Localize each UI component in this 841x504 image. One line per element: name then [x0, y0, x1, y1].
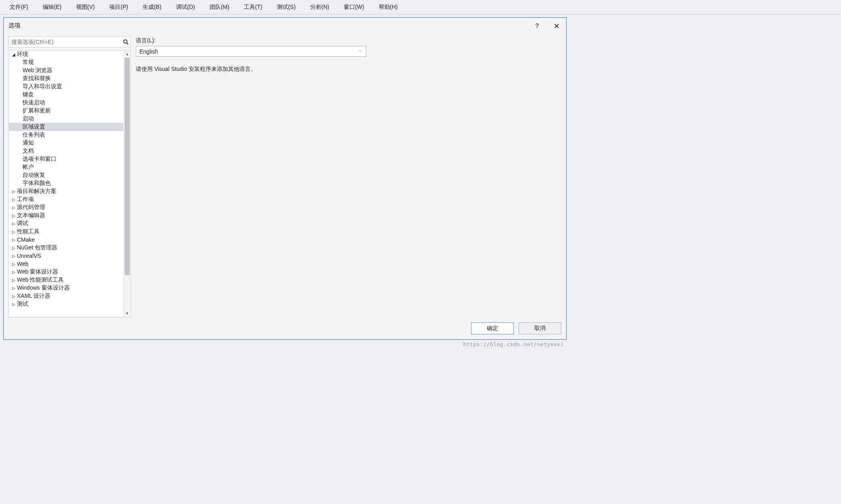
tree-label: Web 浏览器: [22, 67, 52, 74]
tree-item[interactable]: 字体和颜色: [9, 179, 131, 187]
language-hint: 请使用 Visual Studio 安装程序来添加其他语言。: [136, 66, 561, 73]
tree-label: 测试: [16, 301, 28, 308]
svg-point-0: [123, 39, 127, 43]
tree-item[interactable]: 选项卡和窗口: [9, 155, 131, 163]
options-search[interactable]: [8, 36, 131, 48]
tree-item[interactable]: 导入和导出设置: [9, 83, 131, 91]
tree-node[interactable]: ▷Windows 窗体设计器: [9, 284, 131, 292]
tree-label: NuGet 包管理器: [16, 244, 57, 251]
tree-label: Windows 窗体设计器: [16, 284, 70, 292]
tree-item[interactable]: 自动恢复: [9, 171, 131, 179]
caret-right-icon: ▷: [11, 238, 16, 242]
dialog-title: 选项: [8, 22, 21, 29]
scroll-track[interactable]: [124, 58, 131, 310]
tree-node[interactable]: ▷工作项: [9, 195, 131, 203]
tree-item[interactable]: 任务列表: [9, 131, 131, 139]
options-right-pane: 语言(L): English ﹀ 请使用 Visual Studio 安装程序来…: [136, 36, 561, 317]
tree-node[interactable]: ▷NuGet 包管理器: [9, 244, 131, 252]
ok-button[interactable]: 确定: [471, 322, 514, 334]
tree-item[interactable]: 文档: [9, 147, 131, 155]
menu-file[interactable]: 文件(F): [8, 2, 30, 12]
tree-node[interactable]: ▷源代码管理: [9, 203, 131, 212]
tree-node[interactable]: ▷UnrealVS: [9, 252, 131, 260]
tree-label: 常规: [22, 59, 34, 66]
tree-label: 调试: [16, 220, 28, 227]
tree-label: 快速启动: [22, 99, 45, 106]
tree-node-environment[interactable]: ◢ 环境: [9, 50, 131, 58]
tree-label: CMake: [16, 236, 35, 243]
tree-label: 自动恢复: [22, 172, 45, 179]
search-icon[interactable]: [121, 37, 131, 47]
tree-label: XAML 设计器: [16, 292, 51, 300]
tree-label: 文档: [22, 147, 34, 155]
tree-node[interactable]: ▷调试: [9, 220, 131, 228]
menu-build[interactable]: 生成(B): [141, 2, 163, 12]
caret-right-icon: ▷: [11, 286, 16, 290]
tree-node[interactable]: ▷Web: [9, 260, 131, 268]
tree-label: Web 窗体设计器: [16, 268, 58, 276]
tree-label: 文本编辑器: [16, 212, 45, 219]
tree-item[interactable]: Web 浏览器: [9, 66, 131, 75]
tree-label: 区域设置: [22, 123, 45, 131]
caret-right-icon: ▷: [11, 294, 16, 299]
tree-label: UnrealVS: [16, 253, 41, 259]
scroll-down-icon[interactable]: ▼: [124, 310, 131, 317]
menu-window[interactable]: 窗口(W): [342, 2, 366, 12]
tree-item[interactable]: 常规: [9, 58, 131, 66]
tree-label: 查找和替换: [22, 75, 51, 82]
tree-item[interactable]: 快速启动: [9, 99, 131, 107]
menu-debug[interactable]: 调试(D): [174, 2, 197, 12]
caret-right-icon: ▷: [11, 189, 16, 194]
tree-label: 环境: [16, 51, 28, 58]
tree-node[interactable]: ▷Web 窗体设计器: [9, 268, 131, 276]
menu-test[interactable]: 测试(S): [275, 2, 297, 12]
tree-node[interactable]: ▷Web 性能测试工具: [9, 276, 131, 284]
scroll-up-icon[interactable]: ▲: [124, 50, 131, 58]
menu-edit[interactable]: 编辑(E): [41, 2, 63, 12]
tree-label: Web: [16, 261, 29, 267]
caret-right-icon: ▷: [11, 205, 16, 210]
menu-help[interactable]: 帮助(H): [377, 2, 399, 12]
tree-label: 工作项: [16, 196, 34, 203]
tree-item[interactable]: 启动: [9, 115, 131, 123]
tree-node[interactable]: ▷性能工具: [9, 228, 131, 236]
tree-label: 启动: [22, 115, 34, 122]
tree-label: 导入和导出设置: [22, 83, 62, 90]
menu-analyze[interactable]: 分析(N): [309, 2, 331, 12]
cancel-button[interactable]: 取消: [519, 322, 561, 334]
search-input[interactable]: [9, 37, 121, 47]
caret-right-icon: ▷: [11, 262, 16, 266]
help-icon[interactable]: ?: [533, 23, 541, 30]
tree-label: 帐户: [22, 164, 34, 171]
tree-node[interactable]: ▷XAML 设计器: [9, 292, 131, 300]
caret-right-icon: ▷: [11, 230, 16, 234]
menu-project[interactable]: 项目(P): [108, 2, 130, 12]
language-value: English: [139, 48, 158, 55]
caret-right-icon: ▷: [11, 254, 16, 258]
tree-node[interactable]: ▷项目和解决方案: [9, 187, 131, 195]
tree-item[interactable]: 区域设置: [9, 123, 131, 131]
tree-node[interactable]: ▷测试: [9, 300, 131, 308]
tree-node[interactable]: ▷CMake: [9, 236, 131, 244]
tree-node[interactable]: ▷文本编辑器: [9, 212, 131, 220]
tree-label: 扩展和更新: [22, 107, 51, 114]
tree-label: Web 性能测试工具: [16, 276, 64, 284]
tree-label: 字体和颜色: [22, 180, 51, 187]
language-combo[interactable]: English ﹀: [136, 46, 366, 57]
menu-view[interactable]: 视图(V): [75, 2, 97, 12]
tree-scrollbar[interactable]: ▲ ▼: [123, 50, 131, 317]
tree-item[interactable]: 通知: [9, 139, 131, 147]
close-icon[interactable]: ✕: [552, 22, 561, 31]
scroll-thumb[interactable]: [125, 58, 130, 275]
menu-tools[interactable]: 工具(T): [242, 2, 264, 12]
language-label: 语言(L):: [136, 37, 561, 44]
tree-label: 选项卡和窗口: [22, 156, 56, 163]
caret-right-icon: ▷: [11, 246, 16, 250]
tree-label: 通知: [22, 139, 34, 147]
tree-item[interactable]: 键盘: [9, 91, 131, 99]
menu-team[interactable]: 团队(M): [208, 2, 231, 12]
tree-item[interactable]: 扩展和更新: [9, 107, 131, 115]
tree-item[interactable]: 帐户: [9, 163, 131, 171]
watermark-text: https://blog.csdn.net/netyeaxi: [463, 341, 564, 347]
tree-item[interactable]: 查找和替换: [9, 75, 131, 83]
